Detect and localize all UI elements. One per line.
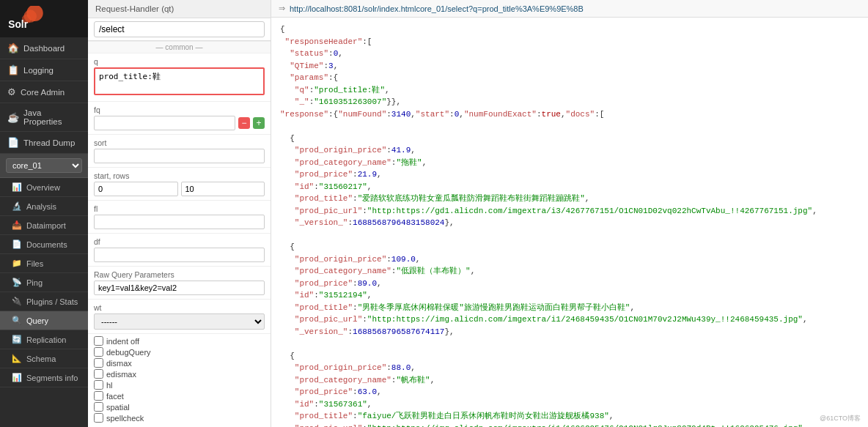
q-label: q xyxy=(94,57,265,66)
sidebar-item-ping[interactable]: 📡 Ping xyxy=(0,273,88,292)
fq-row: − + xyxy=(94,116,265,130)
sidebar-item-analysis[interactable]: 🔬 Analysis xyxy=(0,197,88,216)
dismax-checkbox[interactable] xyxy=(94,358,103,368)
sort-field-group: sort xyxy=(88,135,271,168)
url-bar: ⇒ http://localhost:8081/solr/index.htmlc… xyxy=(271,0,868,18)
raw-query-field-group: Raw Query Parameters xyxy=(88,267,271,300)
sidebar-item-segments[interactable]: 📊 Segments info xyxy=(0,368,88,387)
debug-query-checkbox[interactable] xyxy=(94,347,103,357)
sidebar-item-dataimport[interactable]: 📥 Dataimport xyxy=(0,216,88,235)
response-content: { "responseHeader":[ "status":0, "QTime"… xyxy=(280,23,859,427)
core-admin-icon: ⚙ xyxy=(7,86,16,97)
spellcheck-checkbox[interactable] xyxy=(94,413,103,423)
start-rows-inputs xyxy=(94,182,265,196)
raw-query-input[interactable] xyxy=(94,281,265,295)
spatial-checkbox[interactable] xyxy=(94,402,103,412)
fl-field-group: fl xyxy=(88,201,271,234)
start-rows-label: start, rows xyxy=(94,171,265,180)
dataimport-icon: 📥 xyxy=(12,220,22,230)
core-selector: core_01 xyxy=(0,154,88,178)
schema-icon: 📐 xyxy=(12,354,22,363)
sidebar-item-files[interactable]: 📁 Files xyxy=(0,254,88,273)
indent-off-label[interactable]: indent off xyxy=(94,336,265,346)
sort-label: sort xyxy=(94,138,265,147)
request-handler-input[interactable] xyxy=(94,21,265,37)
logging-icon: 📋 xyxy=(7,64,19,75)
rows-input[interactable] xyxy=(181,182,265,196)
fl-input[interactable] xyxy=(94,215,265,229)
debug-query-label[interactable]: debugQuery xyxy=(94,347,265,357)
fl-label: fl xyxy=(94,204,265,213)
sidebar-item-schema[interactable]: 📐 Schema xyxy=(0,349,88,368)
hl-checkbox[interactable] xyxy=(94,380,103,390)
start-rows-field-group: start, rows xyxy=(88,168,271,201)
q-input[interactable]: prod_title:鞋 xyxy=(94,67,265,95)
sidebar: Solr 🏠 Dashboard 📋 Logging ⚙ Core Admin … xyxy=(0,0,88,427)
fq-field-group: fq − + xyxy=(88,102,271,135)
response-url: http://localhost:8081/solr/index.htmlcor… xyxy=(290,4,584,13)
indent-off-checkbox[interactable] xyxy=(94,336,103,346)
response-panel: ⇒ http://localhost:8081/solr/index.htmlc… xyxy=(271,0,868,427)
sidebar-item-query[interactable]: 🔍 Query xyxy=(0,311,88,330)
solr-logo: Solr xyxy=(7,6,44,31)
sort-input[interactable] xyxy=(94,149,265,163)
segments-icon: 📊 xyxy=(12,373,22,382)
df-input[interactable] xyxy=(94,248,265,262)
start-input[interactable] xyxy=(94,182,178,196)
facet-label[interactable]: facet xyxy=(94,391,265,401)
raw-query-label: Raw Query Parameters xyxy=(94,270,265,279)
common-section-label: — common — xyxy=(88,41,271,53)
facet-checkbox[interactable] xyxy=(94,391,103,401)
sidebar-item-replication[interactable]: 🔄 Replication xyxy=(0,330,88,349)
watermark: @61CTO博客 xyxy=(820,414,861,423)
wt-field-group: wt ------ json xml csv python ruby xyxy=(88,300,271,334)
dismax-label[interactable]: dismax xyxy=(94,358,265,368)
core-select[interactable]: core_01 xyxy=(6,158,82,173)
q-field-group: q prod_title:鞋 xyxy=(88,53,271,102)
hl-label[interactable]: hl xyxy=(94,380,265,390)
sidebar-item-overview[interactable]: 📊 Overview xyxy=(0,178,88,197)
query-form-panel: Request-Handler (qt) — common — q prod_t… xyxy=(88,0,271,427)
dashboard-icon: 🏠 xyxy=(7,42,19,53)
ping-icon: 📡 xyxy=(12,278,22,287)
sidebar-item-thread-dump[interactable]: 📄 Thread Dump xyxy=(0,132,88,154)
df-label: df xyxy=(94,237,265,246)
plugins-icon: 🔌 xyxy=(12,297,22,306)
query-icon: 🔍 xyxy=(12,316,22,325)
request-handler-label: Request-Handler (qt) xyxy=(88,0,271,18)
response-area[interactable]: { "responseHeader":[ "status":0, "QTime"… xyxy=(271,18,868,427)
checkbox-group: indent off debugQuery dismax edismax hl … xyxy=(88,334,271,426)
sidebar-item-core-admin[interactable]: ⚙ Core Admin xyxy=(0,81,88,103)
sidebar-item-documents[interactable]: 📄 Documents xyxy=(0,235,88,254)
analysis-icon: 🔬 xyxy=(12,201,22,211)
logo-area: Solr xyxy=(0,0,88,37)
replication-icon: 🔄 xyxy=(12,335,22,344)
thread-dump-icon: 📄 xyxy=(7,137,19,148)
sidebar-item-java-properties[interactable]: ☕ Java Properties xyxy=(0,103,88,132)
wt-label: wt xyxy=(94,303,265,312)
fq-label: fq xyxy=(94,105,265,114)
edismax-checkbox[interactable] xyxy=(94,369,103,379)
overview-icon: 📊 xyxy=(12,182,22,192)
wt-select[interactable]: ------ json xml csv python ruby xyxy=(94,313,265,330)
fq-add-button[interactable]: + xyxy=(253,117,265,129)
files-icon: 📁 xyxy=(12,259,22,268)
url-icon: ⇒ xyxy=(279,4,285,13)
sidebar-item-logging[interactable]: 📋 Logging xyxy=(0,59,88,81)
df-field-group: df xyxy=(88,234,271,267)
fq-input[interactable] xyxy=(94,116,235,130)
svg-text:Solr: Solr xyxy=(8,19,28,30)
sidebar-item-dashboard[interactable]: 🏠 Dashboard xyxy=(0,37,88,59)
spatial-label[interactable]: spatial xyxy=(94,402,265,412)
documents-icon: 📄 xyxy=(12,240,22,249)
sidebar-item-plugins[interactable]: 🔌 Plugins / Stats xyxy=(0,292,88,311)
request-handler-field xyxy=(88,18,271,41)
java-icon: ☕ xyxy=(7,112,19,123)
spellcheck-label[interactable]: spellcheck xyxy=(94,413,265,423)
fq-remove-button[interactable]: − xyxy=(238,117,250,129)
edismax-label[interactable]: edismax xyxy=(94,369,265,379)
